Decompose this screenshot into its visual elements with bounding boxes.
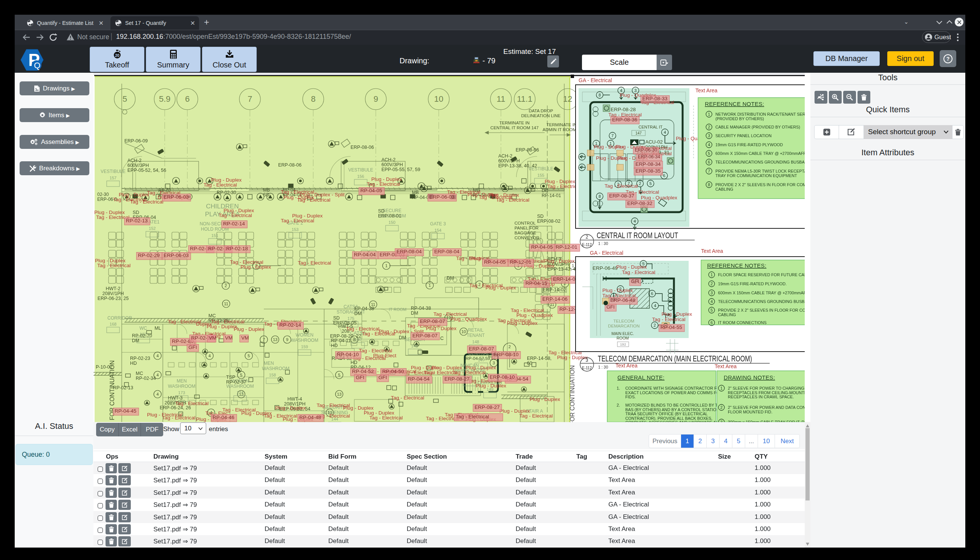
svg-text:TELECOMMUNICATIONS GROUNDING B: TELECOMMUNICATIONS GROUNDING BUSBAR	[718, 299, 805, 304]
svg-text:RP-04-45: RP-04-45	[115, 408, 137, 414]
svg-text:RP-04-04: RP-04-04	[354, 252, 376, 257]
svg-text:ERP-06-03: ERP-06-03	[163, 252, 189, 258]
svg-text:Plug - Duplex: Plug - Duplex	[485, 285, 516, 290]
svg-text:DM: DM	[399, 335, 406, 340]
svg-text:ERP-08-10: ERP-08-10	[493, 352, 518, 357]
svg-text:8: 8	[598, 194, 601, 198]
svg-text:4: 4	[708, 142, 710, 147]
svg-text:ACH-2: ACH-2	[127, 158, 142, 163]
svg-text:P-10-02: P-10-02	[96, 364, 113, 370]
svg-text:RP-04-55: RP-04-55	[660, 325, 682, 330]
svg-text:Plug-: Plug-	[470, 255, 482, 261]
svg-text:Tag - Electrical: Tag - Electrical	[496, 197, 530, 203]
svg-text:DRAWING NOTES:: DRAWING NOTES:	[724, 374, 775, 381]
svg-text:Plug - Quadplex: Plug - Quadplex	[450, 316, 487, 322]
svg-text:RP-04-15: RP-04-15	[525, 280, 547, 286]
svg-text:Tag - Electrical: Tag - Electrical	[652, 317, 686, 322]
svg-text:8: 8	[311, 94, 315, 103]
svg-text:SD: SD	[333, 315, 340, 321]
svg-text:145: 145	[411, 344, 418, 348]
svg-text:RP-02-70: RP-02-70	[132, 333, 152, 338]
svg-text:ERP-08-33: ERP-08-33	[642, 96, 668, 102]
svg-text:ERP-08-07: ERP-08-07	[420, 318, 445, 324]
svg-text:CABLE MANAGER (PROVIDED BY OTH: CABLE MANAGER (PROVIDED BY OTHERS)	[715, 125, 800, 129]
svg-text:WASHROOM: WASHROOM	[168, 383, 196, 389]
svg-text:RETAIL: RETAIL	[468, 327, 483, 333]
svg-text:ERP-08-34: ERP-08-34	[635, 161, 661, 167]
svg-text:REFERENCE NOTES:: REFERENCE NOTES:	[705, 101, 764, 107]
svg-text:RP-04-05: RP-04-05	[484, 259, 506, 265]
svg-text:Plug - Duplex: Plug - Duplex	[240, 264, 271, 270]
svg-text:PANEL FOR: PANEL FOR	[515, 226, 538, 230]
svg-text:7: 7	[612, 133, 613, 138]
svg-text:ERP-08-02: ERP-08-02	[537, 218, 560, 224]
svg-text:ERP-06-03: ERP-06-03	[163, 194, 189, 200]
svg-text:FIDS.: FIDS.	[625, 395, 636, 399]
svg-text:VM: VM	[225, 335, 233, 341]
svg-text:CONTRACTOR). PROVIDE ALL BACK: CONTRACTOR). PROVIDE ALL BACK BOXES,	[625, 416, 712, 420]
svg-text:RP-04-38: RP-04-38	[411, 306, 431, 311]
svg-text:1: 1	[720, 386, 723, 390]
svg-text:20: 20	[115, 53, 120, 58]
svg-text:TERMINATE IN: TERMINATE IN	[547, 122, 577, 127]
svg-text:ERP-14-06: ERP-14-06	[542, 296, 568, 302]
svg-text:6: 6	[663, 173, 665, 178]
svg-text:DM: DM	[447, 275, 454, 281]
svg-text:7: 7	[708, 169, 710, 173]
svg-text:ERP-08-27: ERP-08-27	[444, 376, 470, 382]
svg-text:Plug - Duplex: Plug - Duplex	[234, 327, 264, 332]
svg-text:CABLING: CABLING	[715, 187, 733, 192]
svg-text:GFI: GFI	[356, 375, 365, 380]
svg-text:RP-04-57,59,61: RP-04-57,59,61	[465, 356, 496, 361]
svg-text:MB: MB	[412, 190, 419, 195]
svg-text:WC: WC	[140, 326, 147, 331]
svg-text:FOR CONTINUATION: FOR CONTINUATION	[569, 365, 575, 422]
svg-text:168: 168	[110, 322, 117, 327]
svg-text:11: 11	[497, 94, 505, 103]
svg-text:SD: SD	[378, 208, 385, 214]
svg-text:Tag - Electrical: Tag - Electrical	[297, 197, 330, 203]
svg-text:MAIN ELEC.: MAIN ELEC.	[612, 331, 634, 336]
svg-text:Tag - Electrical: Tag - Electrical	[298, 260, 331, 266]
svg-text:1: 1	[385, 263, 387, 268]
svg-text:ERP-08-28: ERP-08-28	[611, 107, 636, 112]
svg-text:4: 4	[157, 392, 159, 397]
svg-text:ERP-08-07: ERP-08-07	[412, 333, 438, 338]
svg-text:2: 2	[639, 181, 641, 186]
svg-text:RECEPTACLES IN CRAWL SPACE.: RECEPTACLES IN CRAWL SPACE.	[728, 395, 794, 399]
svg-text:2: 2	[225, 283, 227, 288]
svg-text:C: C	[440, 336, 443, 341]
svg-text:PROVIDE NEMA L5-30R TWIST LOCK: PROVIDE NEMA L5-30R TWIST LOCK RECEPTACL…	[715, 169, 805, 173]
svg-text:EPP-05-55, 57, 59: EPP-05-55, 57, 59	[382, 167, 420, 172]
svg-text:HWT-2: HWT-2	[106, 286, 121, 291]
svg-text:11.1: 11.1	[517, 94, 532, 103]
svg-text:ERP-08-37: ERP-08-37	[609, 193, 634, 198]
svg-text:DATA DROP: DATA DROP	[529, 108, 553, 113]
svg-text:1 : 30: 1 : 30	[598, 365, 608, 369]
svg-text:RP-04-05: RP-04-05	[531, 244, 553, 250]
svg-text:6: 6	[185, 94, 190, 103]
svg-text:2" SLEEVE FOR POWER AND DATA C: 2" SLEEVE FOR POWER AND DATA CONDU	[728, 405, 805, 410]
svg-text:208V/1PH: 208V/1PH	[103, 291, 124, 296]
svg-text:ERP-08-32: ERP-08-32	[627, 200, 652, 206]
svg-text:4: 4	[710, 299, 713, 304]
svg-text:ERP-06-30: ERP-06-30	[635, 147, 657, 153]
svg-text:ERP-08-27: ERP-08-27	[475, 404, 500, 410]
svg-text:TELECOMMUNICATIONS GROUNDING B: TELECOMMUNICATIONS GROUNDING BUSBAR	[715, 160, 805, 164]
svg-text:CENTRAL IT ROOM 147: CENTRAL IT ROOM 147	[490, 125, 538, 130]
svg-text:5: 5	[338, 373, 340, 377]
svg-text:Plug - Duplex: Plug - Duplex	[530, 397, 560, 402]
svg-text:ERP-08-10: ERP-08-10	[490, 374, 515, 380]
svg-text:Text Area: Text Area	[701, 248, 723, 254]
svg-text:WASHROOM: WASHROOM	[291, 338, 318, 343]
svg-text:5: 5	[650, 181, 652, 186]
svg-text:Tag - Electrical: Tag - Electrical	[362, 331, 395, 337]
svg-text:RP-04-05: RP-04-05	[360, 188, 382, 193]
svg-text:TERMINATE IN: TERMINATE IN	[499, 121, 530, 125]
svg-text:2: 2	[710, 282, 713, 286]
svg-text:HWT-3: HWT-3	[168, 395, 183, 401]
svg-text:ERP-06-48: ERP-06-48	[610, 297, 635, 303]
svg-text:158: 158	[269, 373, 276, 377]
svg-text:RP-12-01: RP-12-01	[510, 259, 532, 265]
svg-text:VESTIBULE: VESTIBULE	[348, 167, 373, 173]
